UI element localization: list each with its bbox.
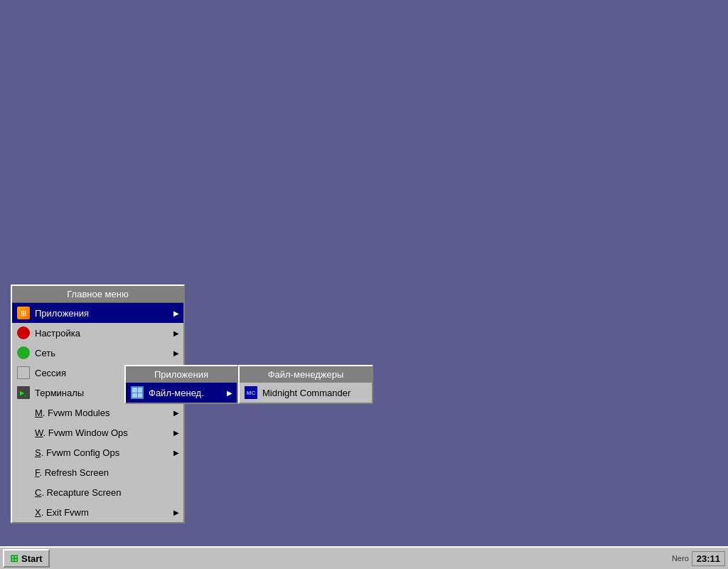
menu-item-apps[interactable]: ⊞ Приложения ▶ xyxy=(12,303,183,323)
start-icon: ⊞ xyxy=(10,553,18,564)
fvwm-modules-icon xyxy=(16,405,31,420)
menu-item-fvwm-modules[interactable]: M. Fvwm Modules ▶ xyxy=(12,403,183,422)
taskbar-right: Nero 23:11 xyxy=(672,551,728,566)
menu-item-network-label: Сеть xyxy=(35,348,173,358)
settings-icon xyxy=(16,326,31,340)
menu-item-fvwm-config-ops[interactable]: S. Fvwm Config Ops ▶ xyxy=(12,442,183,462)
submenu-filemanager-title: Файл-менеджеры xyxy=(240,366,372,383)
start-label: Start xyxy=(21,553,43,564)
fvwm-window-ops-arrow: ▶ xyxy=(173,429,179,437)
menu-item-refresh-screen[interactable]: F. Refresh Screen xyxy=(12,462,183,482)
taskbar: ⊞ Start Nero 23:11 xyxy=(0,546,728,569)
start-button[interactable]: ⊞ Start xyxy=(3,549,50,568)
apps-icon: ⊞ xyxy=(16,306,31,320)
exit-fvwm-icon xyxy=(16,505,31,519)
menu-item-fvwm-window-ops[interactable]: W. Fvwm Window Ops ▶ xyxy=(12,422,183,442)
menu-item-refresh-screen-label: F. Refresh Screen xyxy=(35,467,179,478)
menu-item-fvwm-modules-label: M. Fvwm Modules xyxy=(35,408,173,418)
fvwm-modules-arrow: ▶ xyxy=(173,409,179,417)
menu-item-recapture-screen-label: C. Recapture Screen xyxy=(35,487,179,498)
clock: 23:11 xyxy=(692,551,725,566)
desktop: Главное меню ⊞ Приложения ▶ Настройка ▶ … xyxy=(0,0,728,546)
submenu-apps-title: Приложения xyxy=(126,366,237,383)
menu-item-apps-label: Приложения xyxy=(35,308,173,319)
filemanager-icon xyxy=(130,385,144,400)
menu-item-fvwm-window-ops-label: W. Fvwm Window Ops xyxy=(35,427,173,438)
terminal-icon: ▶_ xyxy=(16,385,31,400)
fvwm-config-ops-arrow: ▶ xyxy=(173,449,179,457)
menu-item-settings-label: Настройка xyxy=(35,328,173,339)
filemanager-arrow: ▶ xyxy=(227,389,232,397)
submenu-apps-filemanager-label: Файл-менед. xyxy=(149,388,227,398)
menu-item-fvwm-config-ops-label: S. Fvwm Config Ops xyxy=(35,447,173,458)
submenu-filemanager: Файл-менеджеры MC Midnight Commander xyxy=(238,365,373,404)
refresh-screen-icon xyxy=(16,465,31,479)
submenu-apps: Приложения Файл-менед. ▶ xyxy=(124,365,238,404)
network-icon xyxy=(16,346,31,360)
fvwm-window-ops-icon xyxy=(16,425,31,440)
mc-icon: MC xyxy=(244,385,258,400)
main-menu: Главное меню ⊞ Приложения ▶ Настройка ▶ … xyxy=(11,284,185,523)
fvwm-config-ops-icon xyxy=(16,445,31,459)
settings-arrow: ▶ xyxy=(173,329,179,337)
menu-item-settings[interactable]: Настройка ▶ xyxy=(12,323,183,343)
submenu-apps-item-filemanager[interactable]: Файл-менед. ▶ xyxy=(126,383,237,403)
nero-label: Nero xyxy=(672,554,689,563)
session-icon xyxy=(16,366,31,380)
main-menu-title: Главное меню xyxy=(12,286,183,303)
submenu-filemanager-item-mc[interactable]: MC Midnight Commander xyxy=(240,383,372,403)
recapture-screen-icon xyxy=(16,485,31,499)
apps-arrow: ▶ xyxy=(173,309,179,317)
menu-item-exit-fvwm[interactable]: X. Exit Fvwm ▶ xyxy=(12,502,183,522)
menu-item-recapture-screen[interactable]: C. Recapture Screen xyxy=(12,482,183,502)
menu-item-exit-fvwm-label: X. Exit Fvwm xyxy=(35,507,173,518)
network-arrow: ▶ xyxy=(173,349,179,357)
exit-fvwm-arrow: ▶ xyxy=(173,509,179,516)
submenu-filemanager-mc-label: Midnight Commander xyxy=(262,388,368,398)
menu-item-network[interactable]: Сеть ▶ xyxy=(12,343,183,363)
